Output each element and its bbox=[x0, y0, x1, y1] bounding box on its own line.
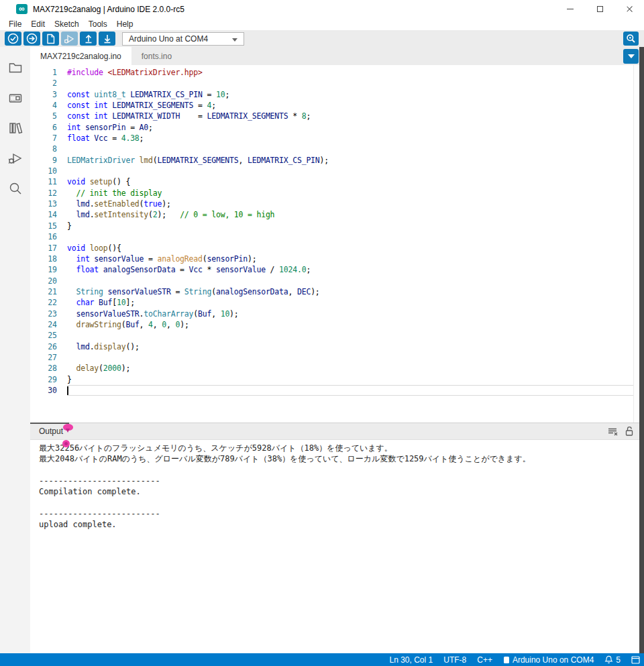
board-port-indicator[interactable]: Arduino Uno on COM4 bbox=[503, 655, 594, 665]
code-line[interactable]: } bbox=[67, 221, 633, 231]
sidebar-item-debug[interactable] bbox=[0, 143, 30, 173]
code-token: ); bbox=[121, 364, 130, 373]
sketch-upload-button[interactable] bbox=[80, 32, 97, 46]
code-token: = bbox=[171, 287, 184, 296]
code-token: sensorValue bbox=[216, 265, 266, 274]
notifications-indicator[interactable]: 5 bbox=[604, 655, 621, 665]
output-line: ------------------------- bbox=[39, 508, 639, 519]
code-token: = bbox=[125, 123, 139, 132]
menu-item-file[interactable]: File bbox=[4, 19, 26, 29]
code-line[interactable] bbox=[67, 166, 633, 176]
output-console[interactable]: 最大32256バイトのフラッシュメモリのうち、スケッチが5928バイト（18%）… bbox=[30, 440, 639, 653]
code-line[interactable] bbox=[67, 330, 633, 341]
clear-output-button[interactable] bbox=[607, 426, 618, 439]
debug-icon bbox=[7, 151, 23, 166]
code-token: <LEDMatrixDriver.hpp> bbox=[108, 68, 203, 77]
code-line[interactable] bbox=[67, 231, 633, 242]
code-line[interactable]: float Vcc = 4.38; bbox=[67, 133, 633, 144]
tab-fonts.ino[interactable]: fonts.ino bbox=[131, 47, 182, 65]
bell-icon bbox=[604, 655, 613, 664]
code-token: 10 bbox=[221, 309, 229, 319]
code-token: ]; bbox=[125, 298, 134, 307]
line-number: 9 bbox=[30, 155, 57, 166]
code-line[interactable]: int sensorValue = analogRead(sensorPin); bbox=[67, 254, 633, 264]
code-token: lmd bbox=[76, 199, 89, 209]
code-token bbox=[67, 188, 76, 198]
line-number: 7 bbox=[30, 133, 57, 144]
code-line[interactable] bbox=[67, 144, 633, 154]
close-button[interactable] bbox=[614, 0, 644, 18]
line-number: 8 bbox=[30, 144, 57, 154]
tab-options-button[interactable] bbox=[623, 49, 639, 64]
sidebar-item-search[interactable] bbox=[0, 173, 30, 203]
minimize-button[interactable] bbox=[555, 0, 585, 18]
code-token: ); bbox=[311, 287, 319, 296]
code-line[interactable]: lmd.setEnabled(true); bbox=[67, 199, 633, 209]
code-line[interactable]: void loop(){ bbox=[67, 243, 633, 254]
code-line[interactable]: char Buf[10]; bbox=[67, 297, 633, 308]
maximize-button[interactable] bbox=[585, 0, 614, 18]
output-tab[interactable]: Output bbox=[39, 427, 63, 436]
sidebar-item-boards-manager[interactable] bbox=[0, 82, 30, 113]
clear-output-icon bbox=[607, 426, 618, 437]
code-token: ); bbox=[320, 156, 329, 165]
code-line[interactable] bbox=[67, 276, 633, 286]
output-line: 最大2048バイトのRAMのうち、グローバル変数が789バイト（38%）を使って… bbox=[39, 453, 639, 464]
code-line[interactable]: #include <LEDMatrixDriver.hpp> bbox=[67, 67, 633, 78]
verify-button[interactable] bbox=[5, 32, 21, 46]
code-token bbox=[67, 298, 76, 307]
code-line[interactable]: const uint8_t LEDMATRIX_CS_PIN = 10; bbox=[67, 89, 633, 100]
language-indicator[interactable]: C++ bbox=[477, 655, 492, 665]
menu-item-tools[interactable]: Tools bbox=[84, 19, 112, 29]
code-token: LEDMATRIX_WIDTH bbox=[112, 111, 180, 121]
code-line[interactable]: drawString(Buf, 4, 0, 0); bbox=[67, 319, 633, 330]
code-line[interactable]: float analogSensorData = Vcc * sensorVal… bbox=[67, 264, 633, 275]
output-line bbox=[39, 497, 639, 508]
menu-item-edit[interactable]: Edit bbox=[26, 19, 50, 29]
code-line[interactable]: lmd.display(); bbox=[67, 341, 633, 352]
board-selector[interactable]: Arduino Uno at COM4 bbox=[122, 32, 244, 46]
code-line[interactable] bbox=[67, 78, 633, 89]
line-number: 11 bbox=[30, 176, 57, 187]
menu-item-help[interactable]: Help bbox=[112, 19, 138, 29]
code-line[interactable]: delay(2000); bbox=[67, 363, 633, 374]
encoding-indicator[interactable]: UTF-8 bbox=[443, 655, 466, 665]
new-sketch-button[interactable] bbox=[42, 32, 59, 46]
sidebar-item-sketchbook[interactable] bbox=[0, 52, 30, 82]
menu-item-sketch[interactable]: Sketch bbox=[50, 19, 84, 29]
code-line[interactable] bbox=[67, 385, 633, 396]
editor-scrollbar[interactable] bbox=[633, 65, 639, 423]
code-line[interactable]: } bbox=[67, 374, 633, 385]
code-token: void bbox=[67, 177, 85, 186]
code-line[interactable]: // init the display bbox=[67, 188, 633, 199]
toggle-panel-button[interactable] bbox=[631, 656, 640, 664]
scroll-lock-button[interactable] bbox=[625, 426, 634, 439]
code-line[interactable]: int sensorPin = A0; bbox=[67, 122, 633, 133]
cursor-position[interactable]: Ln 30, Col 1 bbox=[390, 655, 433, 665]
code-line[interactable]: const int LEDMATRIX_SEGMENTS = 4; bbox=[67, 100, 633, 111]
arrow-up-icon bbox=[84, 34, 93, 44]
code-line[interactable]: String sensorValueSTR = String(analogSen… bbox=[67, 286, 633, 297]
code-token bbox=[99, 265, 103, 274]
code-token: // 0 = low, 10 = high bbox=[180, 210, 274, 219]
code-line[interactable]: sensorValueSTR.toCharArray(Buf, 10); bbox=[67, 309, 633, 319]
code-token: ); bbox=[158, 210, 180, 219]
serial-monitor-button[interactable] bbox=[623, 32, 639, 46]
debug-button[interactable] bbox=[61, 32, 78, 46]
code-area[interactable]: #include <LEDMatrixDriver.hpp>const uint… bbox=[67, 67, 633, 396]
board-selector-value: Arduino Uno at COM4 bbox=[129, 34, 208, 44]
code-line[interactable]: LEDMatrixDriver lmd(LEDMATRIX_SEGMENTS, … bbox=[67, 155, 633, 166]
code-editor[interactable]: 1234567891011121314151617181920212223242… bbox=[30, 65, 639, 423]
code-token: int bbox=[94, 111, 107, 121]
code-line[interactable]: lmd.setIntensity(2); // 0 = low, 10 = hi… bbox=[67, 209, 633, 220]
code-token: LEDMATRIX_CS_PIN bbox=[130, 90, 203, 99]
code-line[interactable]: void setup() { bbox=[67, 176, 633, 187]
code-line[interactable]: const int LEDMATRIX_WIDTH = LEDMATRIX_SE… bbox=[67, 111, 633, 121]
code-line[interactable] bbox=[67, 352, 633, 363]
code-token: ); bbox=[229, 309, 238, 319]
tab-MAX7219c2analog.ino[interactable]: MAX7219c2analog.ino bbox=[30, 47, 131, 65]
sketch-download-button[interactable] bbox=[99, 32, 115, 46]
sidebar-item-library-manager[interactable] bbox=[0, 113, 30, 143]
code-token: * bbox=[288, 111, 302, 121]
upload-button[interactable] bbox=[23, 32, 40, 46]
